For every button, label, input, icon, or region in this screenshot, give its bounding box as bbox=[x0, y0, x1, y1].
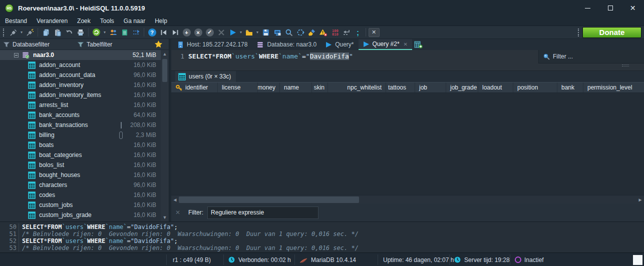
tree-node-table[interactable]: billing2,3 MiB bbox=[0, 130, 161, 140]
remote-host-icon[interactable] bbox=[271, 27, 283, 38]
column-header[interactable]: position bbox=[513, 82, 557, 92]
new-query-tab-button[interactable] bbox=[412, 39, 425, 50]
tree-node-table[interactable]: custom_jobs_grade16,0 KiB bbox=[0, 210, 161, 220]
tab-query-1[interactable]: Query* bbox=[321, 39, 358, 50]
refresh-icon[interactable] bbox=[91, 27, 102, 38]
run-dropdown-icon[interactable]: ▾ bbox=[238, 30, 243, 34]
tree-node-table[interactable]: bought_houses16,0 KiB bbox=[0, 170, 161, 180]
result-grid-body[interactable] bbox=[171, 93, 644, 195]
tab-database[interactable]: Database: naar3.0 bbox=[252, 39, 321, 50]
maximize-button[interactable] bbox=[599, 0, 621, 16]
table-filter[interactable]: Tabelfilter bbox=[77, 41, 151, 48]
scroll-down-icon[interactable]: ▼ bbox=[163, 214, 167, 222]
cancel-icon[interactable] bbox=[215, 27, 227, 38]
menu-bestand[interactable]: Bestand bbox=[5, 18, 27, 24]
tab-host[interactable]: Host: 185.227.242.178 bbox=[173, 39, 252, 50]
favorites-star-icon[interactable] bbox=[154, 40, 163, 48]
tree-node-table[interactable]: addon_account16,0 KiB bbox=[0, 60, 161, 70]
column-header[interactable]: license bbox=[218, 82, 258, 92]
grid-filter-input[interactable]: Reguliere expressie bbox=[207, 206, 318, 219]
column-header[interactable]: loadout bbox=[478, 82, 513, 92]
search-icon[interactable] bbox=[283, 27, 294, 38]
connect-icon[interactable] bbox=[8, 27, 19, 38]
column-header[interactable]: job bbox=[415, 82, 446, 92]
tree-node-database[interactable]: naar3.0 52,1 MiB bbox=[0, 50, 161, 60]
disconnect-icon[interactable] bbox=[24, 27, 36, 38]
next-statement-icon[interactable]: ; bbox=[352, 27, 364, 38]
tree-node-table[interactable]: characters96,0 KiB bbox=[0, 180, 161, 190]
scroll-left-icon[interactable]: ◄ bbox=[171, 197, 179, 202]
donate-grip[interactable] bbox=[578, 28, 580, 36]
delete-row-icon[interactable]: × bbox=[192, 27, 204, 38]
toolbar-grip[interactable] bbox=[3, 28, 6, 36]
collapse-icon[interactable] bbox=[14, 53, 19, 58]
warnings-icon[interactable] bbox=[317, 27, 329, 38]
resize-grip[interactable] bbox=[633, 255, 642, 265]
horizontal-scrollbar[interactable]: ◄ ► bbox=[171, 195, 644, 204]
paste-icon[interactable] bbox=[52, 27, 63, 38]
tree-node-table[interactable]: bolos_list16,0 KiB bbox=[0, 160, 161, 170]
open-file-dropdown-icon[interactable]: ▾ bbox=[255, 30, 260, 34]
copy-icon[interactable] bbox=[40, 27, 52, 38]
binary-data-icon[interactable]: 100010 bbox=[329, 27, 341, 38]
tab-query-2[interactable]: Query #2* ✕ bbox=[359, 39, 412, 50]
add-row-icon[interactable]: + bbox=[181, 27, 192, 38]
close-tab-icon[interactable]: ✕ bbox=[404, 42, 408, 47]
column-header[interactable]: skin bbox=[312, 82, 328, 92]
database-filter[interactable]: Databasefilter bbox=[3, 41, 77, 48]
column-header[interactable]: npc_whitelist bbox=[328, 82, 386, 92]
tree-node-table[interactable]: addon_inventory_items16,0 KiB bbox=[0, 90, 161, 100]
filter-resize-grip[interactable] bbox=[622, 64, 629, 66]
menu-veranderen[interactable]: Veranderen bbox=[37, 18, 68, 24]
print-icon[interactable] bbox=[75, 27, 86, 38]
column-header[interactable]: bank bbox=[557, 82, 583, 92]
column-header[interactable]: job_grade bbox=[446, 82, 478, 92]
tree-node-table[interactable]: bank_transactions208,0 KiB bbox=[0, 120, 161, 130]
menu-help[interactable]: Help bbox=[155, 18, 167, 24]
column-header[interactable]: identifier bbox=[171, 82, 218, 92]
minimize-button[interactable] bbox=[576, 0, 599, 16]
tree-node-table[interactable]: boat_categories16,0 KiB bbox=[0, 150, 161, 160]
clear-filter-icon[interactable]: ✕ bbox=[175, 209, 180, 216]
nav-last-icon[interactable] bbox=[169, 27, 181, 38]
sql-log-panel[interactable]: 50SELECT * FROM `users` WHERE `name` = "… bbox=[0, 222, 644, 252]
tree-node-table[interactable]: boats16,0 KiB bbox=[0, 140, 161, 150]
insert-files-icon[interactable] bbox=[341, 27, 352, 38]
tree-node-table[interactable]: codes16,0 KiB bbox=[0, 190, 161, 200]
nav-first-icon[interactable] bbox=[158, 27, 169, 38]
refresh-dropdown-icon[interactable]: ▾ bbox=[102, 30, 107, 34]
data-flow-icon[interactable] bbox=[130, 27, 142, 38]
help-icon[interactable]: ? bbox=[146, 27, 158, 38]
menu-zoek[interactable]: Zoek bbox=[77, 18, 91, 24]
tree-scrollbar[interactable]: ▲ ▼ bbox=[161, 50, 169, 222]
tree-node-table[interactable]: arrests_list16,0 KiB bbox=[0, 100, 161, 110]
save-icon[interactable] bbox=[260, 27, 271, 38]
apply-icon[interactable]: ✓ bbox=[204, 27, 215, 38]
menu-tools[interactable]: Tools bbox=[100, 18, 114, 24]
connect-dropdown-icon[interactable]: ▾ bbox=[19, 30, 24, 34]
scroll-right-icon[interactable]: ► bbox=[636, 197, 644, 202]
result-tab-users[interactable]: users (0r × 33c) bbox=[175, 71, 236, 82]
regex-search-icon[interactable] bbox=[294, 27, 306, 38]
scrollbar-thumb[interactable] bbox=[179, 196, 359, 203]
column-header[interactable]: name bbox=[280, 82, 312, 92]
undo-icon[interactable] bbox=[63, 27, 75, 38]
tree-node-table[interactable]: addon_inventory16,0 KiB bbox=[0, 80, 161, 90]
scroll-up-icon[interactable]: ▲ bbox=[163, 50, 167, 58]
tree-node-table[interactable]: custom_jobs16,0 KiB bbox=[0, 200, 161, 210]
sql-editor[interactable]: 1SELECT * FROM `users` WHERE `name` = "D… bbox=[171, 50, 644, 71]
open-file-icon[interactable] bbox=[243, 27, 255, 38]
export-csv-icon[interactable] bbox=[119, 27, 130, 38]
editor-filter-box[interactable]: Filter ... bbox=[538, 50, 644, 64]
column-header[interactable]: tattoos bbox=[386, 82, 415, 92]
tree-node-table[interactable]: addon_account_data96,0 KiB bbox=[0, 70, 161, 80]
menu-ga-naar[interactable]: Ga naar bbox=[124, 18, 145, 24]
scrollbar-thumb[interactable] bbox=[162, 59, 167, 82]
run-query-icon[interactable] bbox=[227, 27, 238, 38]
donate-button[interactable]: Donate bbox=[582, 27, 641, 38]
cleanup-icon[interactable] bbox=[306, 27, 317, 38]
column-header[interactable]: permission_level bbox=[583, 82, 643, 92]
column-header[interactable]: money bbox=[258, 82, 280, 92]
tree-node-table[interactable]: bank_accounts64,0 KiB bbox=[0, 110, 161, 120]
close-query-icon[interactable]: ✕ bbox=[368, 27, 380, 38]
